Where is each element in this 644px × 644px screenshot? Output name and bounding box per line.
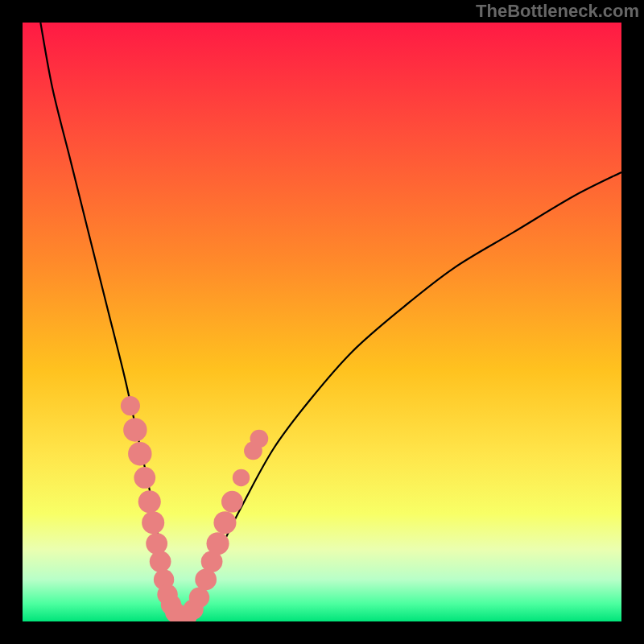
chart-svg [23, 23, 621, 621]
data-marker [150, 551, 171, 572]
data-marker [146, 533, 167, 555]
plot-area [23, 23, 621, 621]
data-marker [207, 532, 229, 555]
data-marker [138, 490, 161, 513]
data-marker [213, 511, 236, 534]
data-marker [121, 396, 140, 415]
watermark-text: TheBottleneck.com [476, 1, 639, 22]
data-marker [128, 442, 151, 465]
data-marker [233, 469, 250, 486]
gradient-background [23, 23, 621, 621]
chart-container: TheBottleneck.com [0, 0, 644, 644]
data-marker [189, 588, 209, 608]
data-marker [221, 491, 243, 513]
data-marker [123, 418, 147, 441]
data-marker [134, 467, 155, 489]
data-marker [142, 511, 164, 534]
data-marker [250, 430, 269, 448]
